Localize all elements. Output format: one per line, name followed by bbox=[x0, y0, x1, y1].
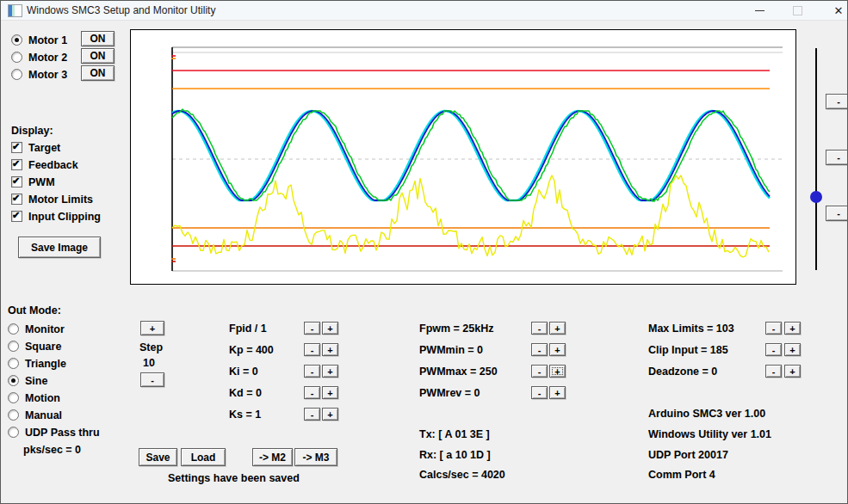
tx-value: Tx: [ A 01 3E ] bbox=[419, 428, 490, 440]
scale-slider-handle[interactable] bbox=[810, 191, 822, 203]
out-mode-monitor-label: Monitor bbox=[25, 323, 65, 335]
motor-1-on-button[interactable]: ON bbox=[81, 31, 115, 46]
copy-to-m3-button[interactable]: -> M3 bbox=[294, 448, 337, 466]
smc3-utility-window: Windows SMC3 Setup and Monitor Utility ✕… bbox=[0, 0, 848, 504]
radio-icon bbox=[8, 392, 19, 403]
max-limits-plus-button[interactable]: + bbox=[784, 322, 801, 335]
copy-to-m2-button[interactable]: -> M2 bbox=[252, 448, 293, 466]
radio-icon bbox=[11, 69, 22, 80]
titlebar: Windows SMC3 Setup and Monitor Utility ✕ bbox=[1, 1, 847, 21]
display-motor-limits-label: Motor Limits bbox=[28, 194, 93, 206]
out-mode-motion-label: Motion bbox=[25, 392, 60, 404]
clip-input-plus-button[interactable]: + bbox=[784, 343, 801, 356]
step-minus-button[interactable]: - bbox=[140, 372, 164, 387]
radio-icon bbox=[8, 341, 19, 352]
radio-icon bbox=[8, 409, 19, 421]
kd-minus-button[interactable]: - bbox=[304, 386, 320, 399]
radio-icon bbox=[8, 358, 19, 369]
motor-2-on-button[interactable]: ON bbox=[81, 48, 115, 64]
motor-2-option[interactable]: Motor 2 bbox=[11, 51, 67, 64]
fpid-minus-button[interactable]: - bbox=[304, 322, 320, 335]
max-limits-value: Max Limits = 103 bbox=[648, 323, 734, 335]
rx-value: Rx: [ a 10 1D ] bbox=[419, 449, 491, 461]
display-feedback-checkbox[interactable]: Feedback bbox=[11, 158, 78, 171]
pwmmin-value: PWMmin = 0 bbox=[419, 344, 483, 356]
pwmmax-minus-button[interactable]: - bbox=[531, 365, 548, 378]
close-icon: ✕ bbox=[834, 5, 844, 16]
motor-3-label: Motor 3 bbox=[28, 69, 67, 81]
display-input-clipping-checkbox[interactable]: Input Clipping bbox=[11, 210, 101, 223]
save-image-button[interactable]: Save Image bbox=[18, 237, 101, 258]
out-mode-square-option[interactable]: Square bbox=[8, 340, 61, 353]
app-icon bbox=[8, 4, 22, 17]
display-feedback-label: Feedback bbox=[28, 159, 78, 171]
clip-input-minus-button[interactable]: - bbox=[765, 343, 782, 356]
checkbox-icon bbox=[11, 211, 22, 222]
step-plus-button[interactable]: + bbox=[140, 321, 164, 335]
ki-value: Ki = 0 bbox=[229, 366, 258, 378]
scale-minus-button-1[interactable]: - bbox=[826, 94, 848, 109]
out-mode-monitor-option[interactable]: Monitor bbox=[8, 323, 65, 335]
deadzone-minus-button[interactable]: - bbox=[765, 365, 782, 378]
out-mode-manual-label: Manual bbox=[25, 409, 62, 421]
window-title: Windows SMC3 Setup and Monitor Utility bbox=[27, 4, 215, 16]
save-button[interactable]: Save bbox=[139, 448, 177, 466]
motor-3-on-button[interactable]: ON bbox=[81, 65, 115, 81]
udp-port: UDP Port 20017 bbox=[648, 449, 728, 461]
radio-icon bbox=[8, 323, 19, 335]
max-limits-minus-button[interactable]: - bbox=[765, 322, 782, 335]
pwmrev-minus-button[interactable]: - bbox=[531, 386, 548, 399]
comm-port: Comm Port 4 bbox=[648, 469, 715, 481]
scale-slider-track[interactable] bbox=[815, 48, 817, 270]
motor-2-label: Motor 2 bbox=[28, 52, 67, 64]
display-pwm-checkbox[interactable]: PWM bbox=[11, 175, 55, 188]
minimize-button[interactable] bbox=[746, 1, 772, 20]
ki-minus-button[interactable]: - bbox=[304, 365, 320, 378]
out-mode-manual-option[interactable]: Manual bbox=[8, 409, 62, 421]
display-pwm-label: PWM bbox=[28, 176, 55, 188]
motor-3-option[interactable]: Motor 3 bbox=[11, 68, 67, 81]
checkbox-icon bbox=[11, 159, 22, 170]
scope-chart-svg bbox=[131, 30, 795, 284]
ks-plus-button[interactable]: + bbox=[322, 408, 338, 421]
fpid-value: Fpid / 1 bbox=[229, 323, 267, 335]
calcs-per-sec-value: Calcs/sec = 4020 bbox=[419, 469, 505, 481]
display-target-checkbox[interactable]: Target bbox=[11, 141, 60, 154]
out-mode-sine-option[interactable]: Sine bbox=[8, 374, 47, 387]
checkbox-icon bbox=[11, 194, 22, 205]
out-mode-heading: Out Mode: bbox=[8, 304, 61, 317]
pwmmin-minus-button[interactable]: - bbox=[531, 343, 548, 356]
ks-minus-button[interactable]: - bbox=[304, 408, 320, 421]
fpwm-plus-button[interactable]: + bbox=[549, 322, 566, 335]
close-button[interactable]: ✕ bbox=[826, 1, 848, 20]
fpwm-minus-button[interactable]: - bbox=[531, 322, 548, 335]
fpwm-value: Fpwm = 25kHz bbox=[419, 323, 494, 335]
pwmrev-plus-button[interactable]: + bbox=[549, 386, 566, 399]
fpid-plus-button[interactable]: + bbox=[322, 322, 338, 335]
load-button[interactable]: Load bbox=[181, 448, 226, 466]
ks-value: Ks = 1 bbox=[229, 409, 261, 421]
out-mode-sine-label: Sine bbox=[25, 375, 47, 387]
maximize-button[interactable] bbox=[784, 1, 810, 20]
out-mode-udp-option[interactable]: UDP Pass thru bbox=[8, 426, 100, 439]
kp-minus-button[interactable]: - bbox=[304, 343, 320, 356]
out-mode-triangle-label: Triangle bbox=[25, 358, 66, 370]
checkbox-icon bbox=[11, 142, 22, 153]
scale-minus-button-2[interactable]: - bbox=[826, 150, 848, 165]
motor-1-option[interactable]: Motor 1 bbox=[11, 34, 67, 46]
scale-minus-button-3[interactable]: - bbox=[826, 206, 848, 221]
motor-1-label: Motor 1 bbox=[28, 34, 67, 46]
out-mode-square-label: Square bbox=[25, 341, 61, 353]
pwmmax-plus-button[interactable]: + bbox=[549, 365, 566, 378]
deadzone-plus-button[interactable]: + bbox=[784, 365, 801, 378]
out-mode-motion-option[interactable]: Motion bbox=[8, 391, 60, 404]
out-mode-triangle-option[interactable]: Triangle bbox=[8, 357, 66, 370]
status-message: Settings have been saved bbox=[168, 472, 300, 484]
radio-icon bbox=[11, 52, 22, 63]
display-motor-limits-checkbox[interactable]: Motor Limits bbox=[11, 193, 93, 206]
ki-plus-button[interactable]: + bbox=[322, 365, 338, 378]
kp-plus-button[interactable]: + bbox=[322, 343, 338, 356]
clip-input-value: Clip Input = 185 bbox=[648, 344, 728, 356]
pwmmin-plus-button[interactable]: + bbox=[549, 343, 566, 356]
kd-plus-button[interactable]: + bbox=[322, 386, 338, 399]
